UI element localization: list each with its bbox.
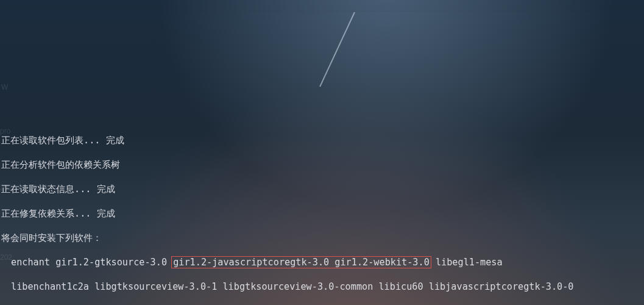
pkg-line: enchant gir1.2-gtksource-3.0 gir1.2-java…: [0, 256, 644, 268]
highlight-box: gir1.2-javascriptcoregtk-3.0 gir1.2-webk…: [171, 256, 431, 268]
status-line: 正在分析软件包的依赖关系树: [0, 159, 644, 171]
install-header: 将会同时安装下列软件：: [0, 232, 644, 244]
pkg-line: libenchant1c2a libgtksourceview-3.0-1 li…: [0, 281, 644, 293]
status-line: 正在修复依赖关系... 完成: [0, 207, 644, 220]
status-line: 正在读取状态信息... 完成: [0, 183, 644, 195]
pkg-text: enchant gir1.2-gtksource-3.0: [11, 257, 172, 268]
background-ghost-text: W: [1, 81, 8, 93]
terminal-output: 正在读取软件包列表... 完成 正在分析软件包的依赖关系树 正在读取状态信息..…: [0, 122, 644, 305]
status-line: 正在读取软件包列表... 完成: [0, 134, 644, 146]
pkg-text: libegl1-mesa: [430, 257, 503, 268]
